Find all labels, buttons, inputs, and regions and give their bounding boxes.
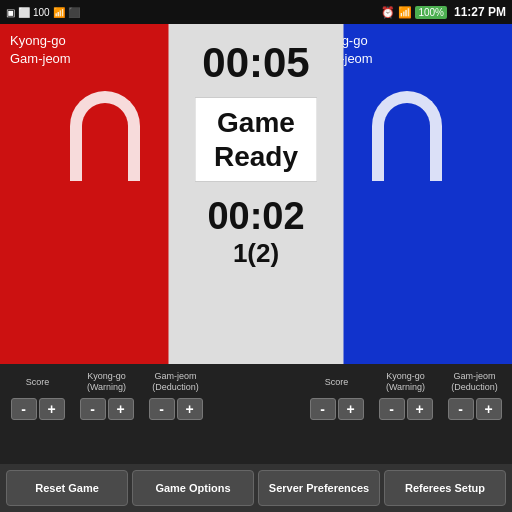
- right-kyonggo-label: Kyong-go(Warning): [386, 368, 425, 396]
- left-gamjeom-minus[interactable]: -: [149, 398, 175, 420]
- left-score-btn-row: - +: [11, 398, 65, 420]
- right-gamjeom-plus[interactable]: +: [476, 398, 502, 420]
- left-gamjeom-col: Gam-jeom(Deduction) - +: [142, 368, 209, 420]
- status-number: 100: [33, 7, 50, 18]
- left-gamjeom-btn-row: - +: [149, 398, 203, 420]
- controls-bar: Score - + Kyong-go(Warning) - + Ga: [0, 364, 512, 464]
- action-buttons-row: Reset Game Game Options Server Preferenc…: [0, 464, 512, 512]
- sim-icon: ▣: [6, 7, 15, 18]
- left-score-plus[interactable]: +: [39, 398, 65, 420]
- game-ready-box: Game Ready: [195, 97, 317, 182]
- left-player-controls: Score - + Kyong-go(Warning) - + Ga: [0, 364, 211, 464]
- right-player-controls: Score - + Kyong-go(Warning) - + Ga: [301, 364, 512, 464]
- controls-center-spacer: [211, 364, 301, 464]
- right-kyonggo-minus[interactable]: -: [379, 398, 405, 420]
- left-kyonggo-btn-row: - +: [80, 398, 134, 420]
- left-gamjeom-plus[interactable]: +: [177, 398, 203, 420]
- right-score-minus[interactable]: -: [310, 398, 336, 420]
- right-kyonggo-plus[interactable]: +: [407, 398, 433, 420]
- right-kyonggo-col: Kyong-go(Warning) - +: [372, 368, 439, 420]
- left-kyonggo-label: Kyong-go(Warning): [87, 368, 126, 396]
- battery-percent: 100%: [415, 6, 447, 19]
- phone-frame: Kyong-go Gam-jeom Kyong-go Gam-jeom 00:0…: [0, 24, 512, 512]
- center-timer-top: 00:05: [202, 24, 309, 92]
- left-kyonggo-col: Kyong-go(Warning) - +: [73, 368, 140, 420]
- left-score-col: Score - +: [4, 368, 71, 420]
- left-gamjeom-label: Gam-jeom(Deduction): [152, 368, 199, 396]
- right-controls-top-row: Score - + Kyong-go(Warning) - + Ga: [303, 368, 508, 420]
- right-score-plus[interactable]: +: [338, 398, 364, 420]
- right-gamjeom-label: Gam-jeom(Deduction): [451, 368, 498, 396]
- right-horseshoe-icon: [372, 91, 442, 181]
- game-ready-line1: Game: [214, 106, 298, 140]
- game-ready-line2: Ready: [214, 140, 298, 174]
- right-score-label: Score: [325, 368, 349, 396]
- referees-setup-button[interactable]: Referees Setup: [384, 470, 506, 506]
- alarm-icon: ⏰: [381, 6, 395, 19]
- server-preferences-button[interactable]: Server Preferences: [258, 470, 380, 506]
- status-bar: ▣ ⬜ 100 📶 ⬛ ⏰ 📶 100% 11:27 PM: [0, 0, 512, 24]
- status-left-icons: ▣ ⬜ 100 📶 ⬛: [6, 7, 80, 18]
- right-gamjeom-minus[interactable]: -: [448, 398, 474, 420]
- left-score-label: Score: [26, 368, 50, 396]
- main-content: Kyong-go Gam-jeom Kyong-go Gam-jeom 00:0…: [0, 24, 512, 364]
- time-display: 11:27 PM: [454, 5, 506, 19]
- left-controls-top-row: Score - + Kyong-go(Warning) - + Ga: [4, 368, 209, 420]
- reset-game-button[interactable]: Reset Game: [6, 470, 128, 506]
- right-gamjeom-btn-row: - +: [448, 398, 502, 420]
- left-kyonggo-minus[interactable]: -: [80, 398, 106, 420]
- game-options-button[interactable]: Game Options: [132, 470, 254, 506]
- signal-icon: 📶: [53, 7, 65, 18]
- right-score-btn-row: - +: [310, 398, 364, 420]
- wifi-signal-icon: 📶: [398, 6, 412, 19]
- extra-icon: ⬛: [68, 7, 80, 18]
- center-overlay-panel: 00:05 Game Ready 00:02 1(2): [169, 24, 344, 364]
- right-kyonggo-btn-row: - +: [379, 398, 433, 420]
- right-gamjeom-col: Gam-jeom(Deduction) - +: [441, 368, 508, 420]
- center-timer-bottom: 00:02: [207, 187, 304, 238]
- status-right-info: ⏰ 📶 100% 11:27 PM: [381, 5, 506, 19]
- center-round: 1(2): [233, 238, 279, 269]
- right-score-col: Score - +: [303, 368, 370, 420]
- left-kyonggo-plus[interactable]: +: [108, 398, 134, 420]
- left-score-minus[interactable]: -: [11, 398, 37, 420]
- left-horseshoe-icon: [70, 91, 140, 181]
- photo-icon: ⬜: [18, 7, 30, 18]
